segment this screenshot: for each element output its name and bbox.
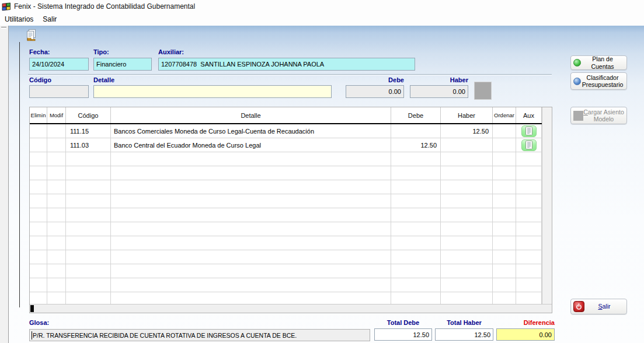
cell-codigo	[66, 222, 111, 236]
cell-debe	[391, 166, 441, 180]
table-row-empty	[30, 278, 542, 292]
plan-de-cuentas-button[interactable]: Plan de Cuentas	[570, 55, 627, 70]
menu-utilitarios[interactable]: Utilitarios	[0, 13, 38, 25]
table-row[interactable]: 111.03Banco Central del Ecuador Moneda d…	[30, 138, 542, 152]
cell-haber	[441, 250, 493, 264]
new-entry-icon[interactable]	[25, 29, 37, 43]
cell-ordenar	[493, 166, 516, 180]
cell-aux	[516, 278, 542, 292]
table-row-empty	[30, 208, 542, 222]
table-row-empty	[30, 250, 542, 264]
cell-haber	[441, 278, 493, 292]
cell-ordenar	[493, 292, 516, 304]
panel-left-edge	[19, 42, 20, 307]
clasificador-presupuestario-button[interactable]: Clasificador Presupuestario	[570, 72, 627, 90]
header-debe: Debe	[391, 107, 441, 123]
blue-sphere-icon	[573, 78, 581, 85]
document-icon	[525, 141, 532, 149]
green-sphere-icon	[573, 59, 581, 66]
menubar: Utilitarios Salir	[0, 13, 644, 26]
header-elimin: Elimin	[30, 107, 47, 123]
cell-elimin	[30, 208, 47, 222]
app-icon	[2, 2, 11, 11]
cell-ordenar	[493, 278, 516, 292]
splitter-handle[interactable]	[1, 27, 6, 29]
horizontal-scrollbar[interactable]	[30, 304, 552, 313]
cargar-asiento-label: Cargar Asiento Modelo	[583, 108, 624, 123]
cell-detalle	[111, 278, 391, 292]
cell-detalle	[111, 264, 391, 278]
debe-label: Debe	[346, 76, 404, 83]
table-body: 111.15Bancos Comerciales Moneda de Curso…	[30, 124, 542, 304]
debe-input[interactable]	[346, 85, 404, 98]
tipo-input[interactable]	[93, 58, 152, 71]
cell-ordenar	[493, 264, 516, 278]
auxiliar-input[interactable]	[158, 58, 415, 71]
tipo-label: Tipo:	[93, 48, 109, 55]
blank-action-button[interactable]	[474, 82, 492, 100]
cell-elimin	[30, 166, 47, 180]
table-row-empty	[30, 264, 542, 278]
cell-elimin	[30, 264, 47, 278]
cell-haber: 12.50	[441, 124, 493, 138]
header-haber: Haber	[441, 107, 493, 123]
fecha-input[interactable]	[29, 58, 89, 71]
horizontal-scrollbar-thumb[interactable]	[30, 305, 34, 312]
salir-button[interactable]: Salir	[570, 299, 627, 314]
table-row-empty	[30, 236, 542, 250]
table-row-empty	[30, 152, 542, 166]
table-row-empty	[30, 166, 542, 180]
diferencia-label: Diferencia	[496, 319, 555, 326]
cell-debe	[391, 236, 441, 250]
cell-aux	[516, 138, 542, 152]
table-row-empty	[30, 292, 542, 304]
cell-codigo	[66, 208, 111, 222]
total-debe-label: Total Debe	[374, 319, 432, 326]
entries-table: Elimin Modif Código Detalle Debe Haber O…	[29, 107, 552, 313]
cell-detalle: Banco Central del Ecuador Moneda de Curs…	[111, 138, 391, 152]
cell-aux	[516, 194, 542, 208]
detalle-input[interactable]	[93, 85, 332, 98]
cell-haber	[441, 264, 493, 278]
table-row[interactable]: 111.15Bancos Comerciales Moneda de Curso…	[30, 124, 542, 138]
cell-modif	[47, 124, 66, 138]
aux-button[interactable]	[521, 125, 537, 137]
vertical-scrollbar[interactable]	[542, 107, 552, 304]
document-icon	[525, 127, 532, 135]
cell-elimin	[30, 236, 47, 250]
cell-detalle	[111, 236, 391, 250]
cell-ordenar	[493, 124, 516, 138]
cell-codigo	[66, 180, 111, 194]
power-icon	[573, 301, 584, 312]
cell-detalle	[111, 250, 391, 264]
glosa-value: P/R. TRANSFERENCIA RECIBIDA DE CUENTA RO…	[33, 332, 297, 339]
cell-modif	[47, 152, 66, 166]
cell-codigo	[66, 166, 111, 180]
cell-haber	[441, 236, 493, 250]
cell-codigo: 111.15	[66, 124, 111, 138]
cell-debe	[391, 124, 441, 138]
cell-debe	[391, 278, 441, 292]
cell-haber	[441, 180, 493, 194]
cell-detalle	[111, 166, 391, 180]
menu-salir[interactable]: Salir	[38, 13, 61, 25]
cell-aux	[516, 236, 542, 250]
cell-codigo	[66, 278, 111, 292]
gray-square-icon	[573, 111, 583, 121]
cargar-asiento-modelo-button[interactable]: Cargar Asiento Modelo	[570, 107, 627, 124]
cell-modif	[47, 208, 66, 222]
codigo-input[interactable]	[29, 85, 89, 98]
cell-aux	[516, 152, 542, 166]
cell-detalle	[111, 292, 391, 304]
cell-modif	[47, 236, 66, 250]
cell-elimin	[30, 138, 47, 152]
cell-elimin	[30, 180, 47, 194]
cell-ordenar	[493, 152, 516, 166]
codigo-label: Código	[29, 76, 51, 83]
cell-debe: 12.50	[391, 138, 441, 152]
aux-button[interactable]	[521, 139, 537, 151]
glosa-input[interactable]: P/R. TRANSFERENCIA RECIBIDA DE CUENTA RO…	[29, 329, 370, 341]
left-rail	[0, 26, 9, 343]
haber-input[interactable]	[410, 85, 468, 98]
cell-detalle	[111, 208, 391, 222]
